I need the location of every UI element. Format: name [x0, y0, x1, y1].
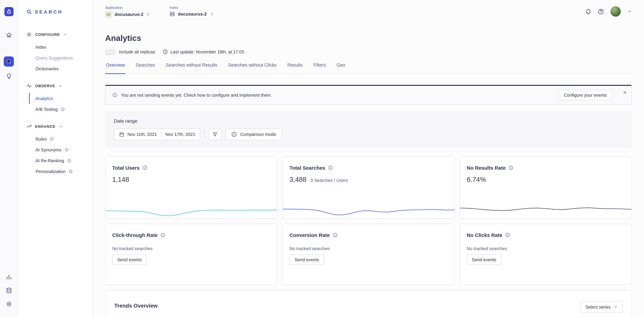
index-selector: Index docusaurus-2: [170, 5, 214, 18]
info-icon[interactable]: [328, 165, 333, 170]
sidebar-section-observe-header[interactable]: OBSERVE: [18, 80, 93, 91]
card-title: No Results Rate: [467, 165, 506, 171]
sidebar-section-configure-header[interactable]: CONFIGURE: [18, 29, 93, 40]
clock-icon: [162, 49, 168, 54]
activity-pulse-icon: [26, 83, 32, 88]
info-icon[interactable]: [160, 232, 165, 238]
send-events-button[interactable]: Send events: [290, 254, 324, 265]
total-searches-card: Total Searches 3,488 3 Searches / Users: [282, 156, 455, 219]
total-searches-sparkline: [283, 206, 454, 218]
application-select[interactable]: D2 docusaurus-2: [105, 11, 150, 18]
tab-filters[interactable]: Filters: [313, 62, 326, 74]
item-label: AI Synonyms: [36, 147, 61, 152]
play-circle-icon: [232, 132, 237, 137]
sidebar-item-personalization[interactable]: Personalization: [29, 166, 93, 177]
tab-geo[interactable]: Geo: [336, 62, 346, 74]
page-title: Analytics: [105, 33, 632, 43]
stepper-updown-icon: [210, 12, 214, 16]
date-separator: [161, 132, 161, 137]
metric-cards-row: Total Users 1,148 Total Searches: [105, 156, 632, 219]
index-stack-icon: [170, 11, 175, 17]
info-icon[interactable]: [508, 165, 513, 170]
date-start: Nov 11th, 2021: [128, 132, 157, 137]
settings-gear-icon[interactable]: [6, 301, 12, 307]
chevron-down-icon: [63, 32, 67, 36]
send-events-button[interactable]: Send events: [467, 254, 501, 265]
card-title: Click-through Rate: [112, 232, 158, 238]
include-replicas-toggle[interactable]: ✕ Include all replicas: [105, 49, 155, 54]
usage-chart-icon[interactable]: [6, 274, 12, 280]
icon-rail: [0, 0, 18, 317]
info-icon[interactable]: [505, 232, 510, 238]
item-label: Dictionaries: [36, 66, 58, 71]
search-product-logo[interactable]: SEARCH: [18, 0, 93, 24]
date-range-picker[interactable]: Nov 11th, 2021 Nov 17th, 2021: [114, 128, 200, 140]
send-events-button[interactable]: Send events: [112, 254, 147, 265]
star-icon: [67, 158, 72, 163]
divider: [204, 130, 205, 139]
sidebar-item-index[interactable]: Index: [29, 42, 93, 52]
date-range-label: Date range: [114, 118, 623, 124]
search-nav-icon[interactable]: [4, 56, 14, 66]
sidebar-item-rules[interactable]: Rules: [29, 134, 93, 144]
analytics-tabs: Overview Searches Searches without Resul…: [105, 62, 632, 74]
application-badge: D2: [105, 11, 112, 18]
bell-icon[interactable]: [585, 8, 592, 15]
item-label: Rules: [36, 136, 47, 142]
calendar-icon: [119, 132, 124, 137]
home-icon[interactable]: [6, 32, 12, 38]
card-title: No Clicks Rate: [467, 232, 502, 238]
user-avatar[interactable]: [610, 6, 621, 17]
tab-searches-without-clicks[interactable]: Searches without Clicks: [227, 62, 277, 74]
sidebar-item-analytics[interactable]: Analytics: [29, 93, 93, 104]
info-icon[interactable]: [142, 165, 147, 170]
chevron-down-icon: [58, 84, 62, 88]
section-label: CONFIGURE: [35, 32, 60, 36]
date-end: Nov 17th, 2021: [165, 132, 195, 137]
no-clicks-rate-card: No Clicks Rate No tracked searches Send …: [460, 224, 632, 285]
sidebar-item-ab-testing[interactable]: A/B Testing: [29, 104, 93, 114]
toggle-knob: ✕: [106, 50, 110, 54]
card-title: Total Users: [112, 165, 140, 171]
metric-value: 3,488: [290, 176, 306, 184]
select-series-button[interactable]: Select series: [580, 301, 623, 312]
tab-searches-without-results[interactable]: Searches without Results: [165, 62, 218, 74]
configure-events-button[interactable]: Configure your events: [558, 90, 612, 100]
chevron-down-icon: [59, 124, 62, 128]
tab-searches[interactable]: Searches: [135, 62, 156, 74]
index-select[interactable]: docusaurus-2: [170, 11, 214, 17]
sidebar-item-dictionaries[interactable]: Dictionaries: [29, 63, 93, 74]
account-chevron-down-icon[interactable]: [627, 9, 632, 14]
sidebar-item-ai-synonyms[interactable]: AI Synonyms: [29, 144, 93, 155]
data-stack-icon[interactable]: [6, 287, 12, 294]
index-label: Index: [170, 5, 214, 9]
toggle-track[interactable]: ✕: [105, 49, 116, 54]
recommend-bulb-icon[interactable]: [6, 73, 12, 79]
tab-overview[interactable]: Overview: [105, 62, 126, 74]
filter-button[interactable]: [209, 128, 222, 140]
card-title: Total Searches: [290, 165, 325, 171]
sidebar-section-enhance-header[interactable]: ENHANCE: [18, 121, 93, 132]
metric-value: 1,148: [112, 176, 129, 184]
empty-state-text: No tracked searches: [112, 246, 270, 251]
application-selector: Application D2 docusaurus-2: [105, 5, 150, 18]
sidebar-section-enhance: ENHANCE Rules AI Synonyms AI Re-Ranking: [18, 121, 93, 177]
info-icon[interactable]: [332, 232, 338, 238]
algolia-logo-icon[interactable]: [4, 7, 14, 16]
events-banner: You are not sending events yet. Check ho…: [105, 85, 632, 105]
gear-icon: [26, 32, 32, 37]
search-logo-text: SEARCH: [35, 9, 63, 14]
sidebar: SEARCH CONFIGURE Index Query Suggestions…: [18, 0, 93, 317]
help-icon[interactable]: [598, 8, 604, 15]
comparison-mode-button[interactable]: Comparison mode: [226, 128, 282, 140]
conversion-rate-card: Conversion Rate No tracked searches Send…: [282, 224, 455, 285]
tab-results[interactable]: Results: [287, 62, 303, 74]
main-area: Application D2 docusaurus-2 Index: [93, 0, 644, 317]
sidebar-item-ai-reranking[interactable]: AI Re-Ranking: [29, 155, 93, 166]
sidebar-item-query-suggestions[interactable]: Query Suggestions: [29, 52, 93, 63]
item-label: Personalization: [36, 169, 66, 174]
last-update: Last update: November 18th, at 17:05: [162, 49, 244, 54]
item-label: Analytics: [36, 96, 53, 101]
close-icon[interactable]: [622, 90, 628, 95]
page-meta-row: ✕ Include all replicas Last update: Nove…: [105, 48, 632, 55]
